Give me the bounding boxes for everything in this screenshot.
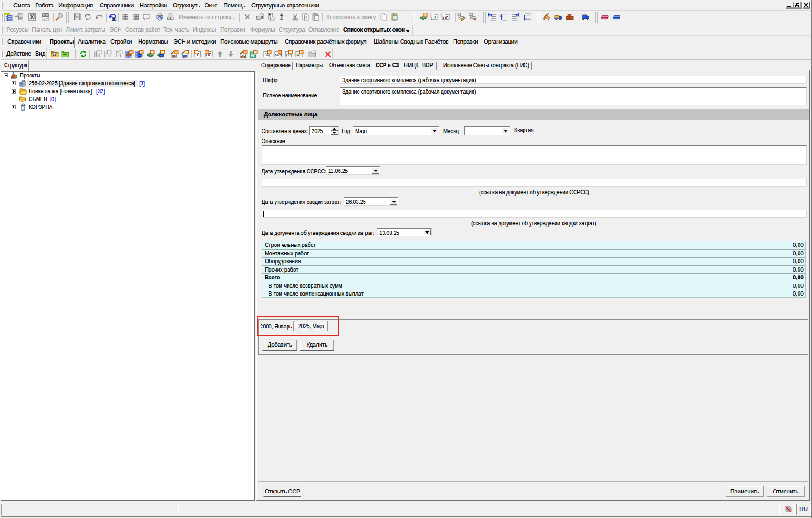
svg-text:PDF: PDF	[43, 13, 49, 17]
